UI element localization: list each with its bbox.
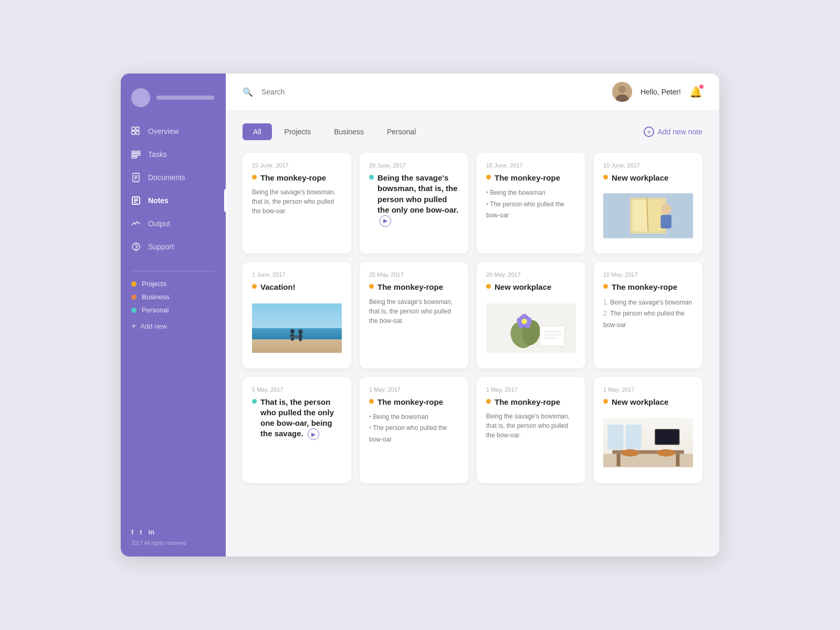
note-date: 1 May, 2017 [603, 386, 693, 393]
note-title: New workplace [612, 173, 668, 183]
play-button[interactable]: ▶ [308, 428, 319, 440]
note-title-row: New workplace [603, 397, 693, 407]
note-date: 10 June, 2017 [603, 162, 693, 169]
facebook-icon[interactable]: f [131, 528, 133, 536]
svg-rect-3 [136, 131, 139, 134]
sidebar-item-documents[interactable]: Documents [121, 166, 226, 189]
sidebar-copyright: 2017 All rights reserved [131, 540, 215, 546]
add-new-label: Add new [140, 322, 167, 330]
note-title-row: Vacation! [252, 282, 342, 292]
note-title-row: The monkey-rope [603, 282, 693, 292]
note-title-row: Being the savage's bowsman, that is, the… [369, 173, 459, 227]
personal-label: Personal [142, 306, 169, 314]
add-note-plus-icon: + [644, 127, 654, 137]
play-button[interactable]: ▶ [380, 215, 391, 227]
note-date: 25 May, 2017 [369, 271, 459, 278]
linkedin-icon[interactable]: in [149, 528, 155, 536]
projects-label: Projects [142, 280, 166, 288]
note-category-dot [369, 175, 374, 180]
note-card-8[interactable]: 10 May, 2017 The monkey-rope Being the s… [594, 262, 702, 368]
sidebar-item-support[interactable]: Support [121, 235, 226, 258]
note-date: 15 June, 2017 [486, 162, 576, 169]
note-card-10[interactable]: 1 May, 2017 The monkey-rope Being the bo… [360, 377, 468, 483]
note-title-row: That is, the person who pulled the only … [252, 397, 342, 440]
tab-personal[interactable]: Personal [376, 123, 426, 140]
add-new-category-button[interactable]: + Add new [131, 319, 215, 333]
svg-rect-2 [132, 131, 135, 134]
note-title: The monkey-rope [495, 397, 560, 407]
sidebar-item-output[interactable]: Output [121, 212, 226, 235]
tab-projects[interactable]: Projects [274, 123, 322, 140]
svg-point-45 [522, 319, 527, 324]
sidebar-category-personal[interactable]: Personal [131, 306, 215, 314]
svg-rect-1 [136, 127, 139, 130]
note-card-2[interactable]: 20 June, 2017 Being the savage's bowsman… [360, 153, 468, 254]
svg-rect-58 [676, 454, 680, 466]
sidebar-category-business[interactable]: Business [131, 293, 215, 301]
note-title-row: The monkey-rope [486, 173, 576, 183]
sidebar-item-tasks[interactable]: Tasks [121, 143, 226, 166]
content-area: All Projects Business Personal + Add new… [226, 111, 719, 556]
note-title: Being the savage's bowsman, that is, the… [377, 173, 459, 227]
sidebar-item-label: Tasks [148, 150, 167, 159]
support-icon [131, 242, 141, 251]
note-card-9[interactable]: 5 May, 2017 That is, the person who pull… [243, 377, 351, 483]
note-image [603, 190, 693, 244]
note-card-11[interactable]: 1 May, 2017 The monkey-rope Being the sa… [477, 377, 585, 483]
svg-rect-46 [540, 326, 565, 345]
tab-business[interactable]: Business [323, 123, 374, 140]
note-date: 20 June, 2017 [369, 162, 459, 169]
list-item: The person who pulled the bow-oar [603, 308, 693, 331]
note-card-7[interactable]: 20 May, 2017 New workplace [477, 262, 585, 368]
svg-point-25 [660, 204, 671, 215]
list-item: Being the savage's bowsman [603, 297, 693, 309]
sidebar-item-label: Notes [148, 196, 169, 205]
note-category-dot [486, 175, 491, 180]
note-date: 20 May, 2017 [486, 271, 576, 278]
sidebar-item-overview[interactable]: Overview [121, 120, 226, 143]
list-item: The person who pulled the bow-oar [369, 423, 459, 445]
sidebar: Overview Tasks Documents N [121, 74, 226, 556]
svg-rect-53 [626, 425, 642, 449]
main-content: 🔍 Hello, Peter! 🔔 [226, 74, 719, 556]
note-card-4[interactable]: 10 June, 2017 New workplace [594, 153, 702, 254]
note-card-6[interactable]: 25 May, 2017 The monkey-rope Being the s… [360, 262, 468, 368]
sidebar-category-projects[interactable]: Projects [131, 280, 215, 288]
svg-rect-22 [633, 200, 648, 232]
note-category-dot [369, 399, 374, 404]
note-category-dot [252, 284, 257, 289]
svg-rect-57 [617, 454, 621, 466]
tab-all[interactable]: All [243, 123, 272, 140]
note-category-dot [252, 175, 257, 180]
note-category-dot [486, 284, 491, 289]
note-card-1[interactable]: 23 June, 2017 The monkey-rope Being the … [243, 153, 351, 254]
note-date: 10 May, 2017 [603, 271, 693, 278]
add-note-button[interactable]: + Add new note [644, 127, 702, 137]
note-title: The monkey-rope [612, 282, 677, 292]
note-date: 1 June, 2017 [252, 271, 342, 278]
notification-bell[interactable]: 🔔 [689, 86, 702, 98]
list-item: The person who pulled the bow-oar [486, 199, 576, 222]
search-input[interactable] [261, 88, 604, 96]
notes-icon [131, 196, 141, 205]
note-title: The monkey-rope [495, 173, 560, 183]
twitter-icon[interactable]: t [140, 528, 142, 536]
output-icon [131, 219, 141, 228]
note-title: New workplace [612, 397, 668, 407]
sidebar-header [121, 74, 226, 120]
note-category-dot [369, 284, 374, 289]
note-body: Being the savage's bowsman, that is, the… [369, 297, 459, 326]
note-card-12[interactable]: 1 May, 2017 New workplace [594, 377, 702, 483]
user-avatar [612, 82, 632, 102]
note-title: The monkey-rope [377, 282, 443, 292]
note-image [603, 414, 693, 474]
note-title: The monkey-rope [377, 397, 443, 407]
note-date: 1 May, 2017 [369, 386, 459, 393]
note-title-row: The monkey-rope [486, 397, 576, 407]
note-card-3[interactable]: 15 June, 2017 The monkey-rope Being the … [477, 153, 585, 254]
note-card-5[interactable]: 1 June, 2017 Vacation! [243, 262, 351, 368]
svg-point-30 [290, 329, 295, 333]
note-title-row: The monkey-rope [369, 397, 459, 407]
sidebar-item-notes[interactable]: Notes [121, 189, 226, 212]
business-label: Business [142, 293, 170, 301]
